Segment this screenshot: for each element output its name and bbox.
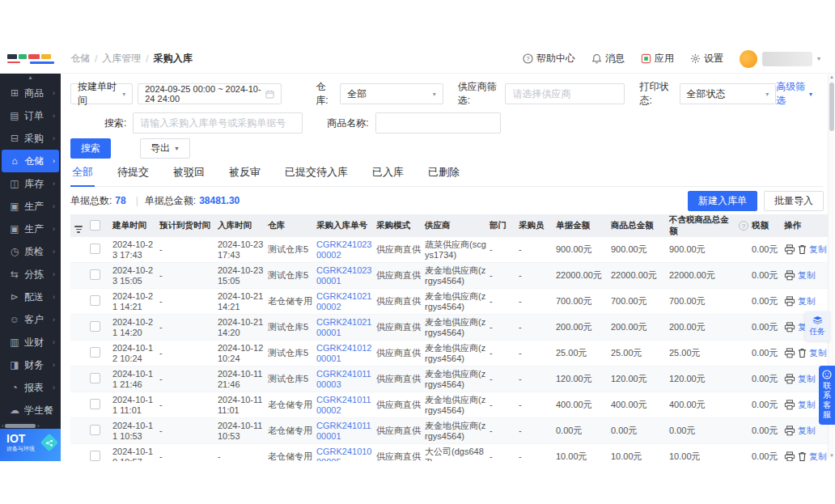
status-tab[interactable]: 已入库 xyxy=(371,162,405,186)
status-tab[interactable]: 已删除 xyxy=(426,162,461,186)
order-number-link[interactable]: CGRK24101100003 xyxy=(316,369,376,390)
date-range-picker[interactable]: 2024-09-25 00:00 ~ 2024-10-24 24:00 xyxy=(138,83,282,104)
status-tab[interactable]: 已提交待入库 xyxy=(283,162,350,186)
print-icon[interactable] xyxy=(784,244,795,255)
print-icon[interactable] xyxy=(784,426,795,436)
scroll-down-icon[interactable]: ▼ xyxy=(829,453,835,458)
trash-icon[interactable] xyxy=(798,244,807,255)
search-button[interactable]: 搜索 xyxy=(70,138,111,159)
order-number-link[interactable]: CGRK24102100001 xyxy=(316,317,376,338)
sidebar-item[interactable]: ◷ 质检 › xyxy=(2,240,59,263)
date-type-select[interactable]: 按建单时间 ▾ xyxy=(70,83,133,104)
messages-button[interactable]: 消息 xyxy=(591,52,625,66)
help-icon[interactable]: ? xyxy=(739,221,748,231)
sidebar-item[interactable]: ⊞ 商品 › xyxy=(2,82,59,104)
breadcrumb-item[interactable]: 仓储 xyxy=(70,52,90,66)
order-number-link[interactable]: CGRK24102300002 xyxy=(316,239,376,260)
row-checkbox[interactable] xyxy=(90,399,100,409)
order-number-link[interactable]: CGRK24101100002 xyxy=(316,395,376,416)
breadcrumb-item[interactable]: 入库管理 xyxy=(102,52,141,66)
chevron-right-icon: › xyxy=(53,225,55,233)
copy-link[interactable]: 复制 xyxy=(809,451,827,461)
row-checkbox[interactable] xyxy=(90,373,100,383)
warehouse-select[interactable]: 全部 ▾ xyxy=(340,83,443,104)
cell-department: - xyxy=(490,296,519,307)
print-icon[interactable] xyxy=(784,400,795,410)
user-menu[interactable]: ▾ xyxy=(740,50,820,68)
sidebar-item[interactable]: ☁ 学生餐 xyxy=(2,399,59,421)
task-panel-button[interactable]: 任务 xyxy=(805,311,829,341)
search-input[interactable] xyxy=(133,112,303,133)
sidebar-scrollbar[interactable]: ‹› xyxy=(0,422,61,429)
product-name-input[interactable] xyxy=(375,112,501,133)
order-number-link[interactable]: CGRK24101000005 xyxy=(316,447,376,462)
row-checkbox[interactable] xyxy=(90,295,100,306)
vertical-scrollbar-thumb[interactable] xyxy=(829,83,834,131)
sidebar-item[interactable]: ◔ 报表 › xyxy=(2,376,59,399)
trash-icon[interactable] xyxy=(798,451,807,461)
order-number-link[interactable]: CGRK24102300001 xyxy=(316,265,376,286)
cell-inbound-time: 2024-10-21 14:21 xyxy=(218,291,268,312)
copy-link[interactable]: 复制 xyxy=(798,426,816,436)
print-icon[interactable] xyxy=(784,296,795,307)
scroll-up-icon[interactable]: ▲ xyxy=(829,74,835,79)
sidebar-item[interactable]: ⌂ 仓储 › xyxy=(2,150,59,172)
sidebar-item[interactable]: ▣ 生产 › xyxy=(2,195,59,218)
copy-link[interactable]: 复制 xyxy=(809,244,827,255)
copy-link[interactable]: 复制 xyxy=(798,270,816,281)
apps-button[interactable]: 应用 xyxy=(641,52,674,66)
row-checkbox[interactable] xyxy=(90,269,100,280)
order-number-link[interactable]: CGRK24102100002 xyxy=(316,291,376,312)
status-tab[interactable]: 被反审 xyxy=(227,162,262,186)
sidebar-item[interactable]: ⊟ 采购 › xyxy=(2,127,59,150)
print-icon[interactable] xyxy=(784,270,795,281)
row-checkbox[interactable] xyxy=(90,347,100,358)
status-tab[interactable]: 被驳回 xyxy=(172,162,206,186)
advanced-filter-toggle[interactable]: 高级筛选 ▾ xyxy=(776,80,812,108)
settings-button[interactable]: 设置 xyxy=(690,52,723,66)
sidebar-scroll-up-icon[interactable]: ▲ xyxy=(0,74,61,82)
order-number-link[interactable]: CGRK24101200001 xyxy=(316,343,376,364)
copy-link[interactable]: 复制 xyxy=(809,348,827,358)
select-all-checkbox[interactable] xyxy=(90,220,100,231)
column-header: 单据金额 ? xyxy=(556,220,611,231)
sidebar-item[interactable]: ☺ 客户 › xyxy=(2,308,59,331)
copy-link[interactable]: 复制 xyxy=(798,374,816,384)
status-tab[interactable]: 待提交 xyxy=(116,162,150,186)
supplier-filter-input[interactable] xyxy=(505,83,625,104)
customer-service-button[interactable]: 联系客服 xyxy=(819,366,835,425)
print-icon[interactable] xyxy=(784,322,795,332)
print-icon[interactable] xyxy=(784,451,795,461)
sidebar-item[interactable]: ◨ 财务 › xyxy=(2,354,59,376)
iot-banner[interactable]: IOT 设备与环境 xyxy=(0,429,61,461)
print-icon[interactable] xyxy=(784,374,795,384)
row-checkbox[interactable] xyxy=(90,321,100,332)
sidebar-item[interactable]: ▤ 订单 › xyxy=(2,104,59,127)
bulk-import-button[interactable]: 批量导入 xyxy=(764,191,824,211)
chevron-right-icon: › xyxy=(53,157,55,165)
cell-amount: 900.00元 xyxy=(556,244,611,255)
row-checkbox[interactable] xyxy=(90,425,100,435)
help-center-button[interactable]: ? 帮助中心 xyxy=(523,52,575,66)
apps-icon xyxy=(641,53,651,64)
row-checkbox[interactable] xyxy=(90,244,100,254)
row-checkbox[interactable] xyxy=(90,451,100,461)
print-status-select[interactable]: 全部状态 ▾ xyxy=(680,83,777,104)
sidebar-item-label: 业财 xyxy=(24,336,44,349)
sidebar-item[interactable]: ◫ 库存 › xyxy=(2,172,59,195)
export-button[interactable]: 导出 ▼ xyxy=(140,138,190,159)
sidebar-item-label: 分拣 xyxy=(24,268,44,282)
sidebar-item[interactable]: ▣ 生产 › xyxy=(2,218,59,240)
copy-link[interactable]: 复制 xyxy=(798,296,816,307)
sidebar-item[interactable]: ⇆ 分拣 › xyxy=(2,263,59,286)
order-number-link[interactable]: CGRK24101100001 xyxy=(316,421,376,442)
column-settings-icon[interactable] xyxy=(70,219,90,233)
create-inbound-button[interactable]: 新建入库单 xyxy=(688,191,757,211)
copy-link[interactable]: 复制 xyxy=(798,400,816,410)
trash-icon[interactable] xyxy=(798,348,807,358)
status-tab[interactable]: 全部 xyxy=(70,162,95,186)
print-icon[interactable] xyxy=(784,348,795,358)
sidebar-item[interactable]: ▥ 业财 › xyxy=(2,331,59,354)
cell-buyer: - xyxy=(519,451,556,461)
sidebar-item[interactable]: ⊳ 配送 › xyxy=(2,286,59,308)
